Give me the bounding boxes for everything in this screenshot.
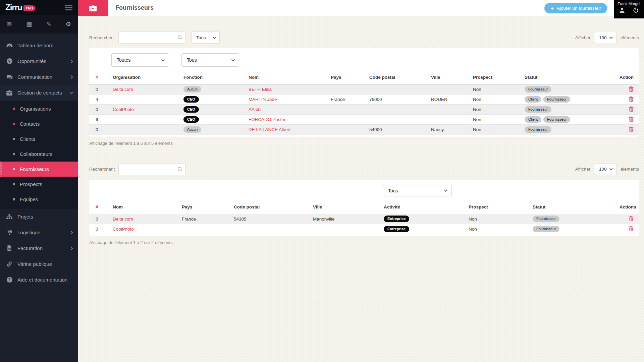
page-size-select[interactable]: 100 — [594, 164, 617, 175]
question-circle-icon: ? — [5, 277, 13, 283]
gray-badge: Fournisseur — [525, 86, 551, 93]
page-size-select[interactable]: 100 — [594, 32, 617, 43]
column-header[interactable]: Action — [620, 72, 639, 84]
power-icon[interactable] — [633, 7, 639, 13]
user-box: Frank Margel — [614, 0, 644, 18]
sidebar-item-tableau-de-bord[interactable]: Tableau de bord — [0, 38, 78, 53]
column-header[interactable]: Actions — [620, 202, 639, 214]
column-header[interactable]: Code postal — [369, 72, 431, 84]
user-icon[interactable] — [619, 7, 625, 13]
trash-icon — [629, 96, 634, 102]
bullet-icon — [13, 123, 15, 125]
row-link[interactable]: DE LA LANCE Albert — [249, 127, 290, 132]
table-row: 6CEOFORCADO PasteiNonClientFournisseur — [89, 115, 639, 125]
search-icon — [178, 35, 181, 39]
table1-footer: Affichage de l'élément 1 à 5 sur 5 éléme… — [89, 141, 639, 146]
delete-button[interactable] — [629, 126, 634, 132]
delete-button[interactable] — [629, 216, 634, 221]
organisations-table: #NomPaysCode postalVilleActivitéProspect… — [89, 202, 639, 234]
column-header[interactable]: Statut — [533, 202, 620, 214]
column-header[interactable]: Activité — [384, 202, 469, 214]
row-link[interactable]: CoolPhoto — [113, 227, 134, 232]
row-link[interactable]: BETH Elisa — [249, 87, 272, 92]
briefcase-icon — [5, 90, 13, 96]
envelope-icon[interactable]: ✉ — [7, 21, 12, 27]
sidebar-item-label: Organisations — [20, 106, 51, 112]
column-header[interactable]: Code postal — [234, 202, 313, 214]
column-header[interactable]: Pays — [331, 72, 369, 84]
search-label: Rechercher : — [89, 35, 115, 40]
column-header[interactable]: Organisation — [113, 72, 183, 84]
calendar-icon[interactable]: ▦ — [26, 21, 32, 27]
sidebar-item-equipes[interactable]: Équipes — [0, 192, 78, 207]
sidebar-item-prospects[interactable]: Prospects — [0, 177, 78, 192]
activite-filter-select[interactable]: Tous — [383, 185, 452, 196]
pencil-icon[interactable]: ✎ — [46, 21, 51, 27]
hamburger-menu-icon[interactable] — [65, 3, 72, 12]
column-header[interactable]: Nom — [113, 202, 182, 214]
main-area: Fournisseurs + Ajouter un fournisseur Fr… — [78, 0, 644, 245]
column-header[interactable]: # — [89, 72, 113, 84]
gauge-icon — [5, 43, 13, 48]
sidebar-item-vitrine-publique[interactable]: Vitrine publique — [0, 256, 78, 272]
row-link[interactable]: Delta com — [113, 217, 133, 222]
search-input[interactable] — [118, 32, 185, 44]
sidebar-item-logistique[interactable]: Logistique — [0, 225, 78, 240]
chevron-right-icon — [69, 59, 73, 63]
gray-badge: Client — [525, 96, 541, 103]
gear-icon[interactable]: ⚙ — [66, 21, 71, 27]
sidebar-item-aide-et-documentation[interactable]: ? Aide et documentation — [0, 272, 78, 288]
column-header[interactable]: Ville — [313, 202, 384, 214]
add-supplier-button[interactable]: + Ajouter un fournisseur — [544, 3, 607, 13]
sidebar-item-label: Tableau de bord — [17, 43, 54, 48]
sidebar-item-organisations[interactable]: Organisations — [0, 101, 78, 116]
sidebar-item-projets[interactable]: Projets — [0, 209, 78, 225]
link-icon — [5, 261, 13, 267]
row-link[interactable]: AA bb — [249, 107, 261, 112]
sidebar-quick-icons: ✉ ▦ ✎ ⚙ — [0, 15, 78, 34]
sidebar-item-fournisseurs[interactable]: Fournisseurs — [0, 162, 78, 177]
quick-filter-select[interactable]: Tous — [192, 32, 220, 44]
sidebar-item-communication[interactable]: Communication — [0, 69, 78, 85]
chevron-down-icon — [231, 58, 235, 61]
sidebar-item-facturation[interactable]: Facturation — [0, 240, 78, 256]
sidebar-item-label: Fournisseurs — [20, 166, 49, 172]
column-header[interactable]: Nom — [249, 72, 331, 84]
sidebar-item-collaborateurs[interactable]: Collaborateurs — [0, 146, 78, 162]
search-input[interactable] — [118, 163, 185, 175]
column-header[interactable]: Pays — [182, 202, 234, 214]
column-header[interactable]: Statut — [525, 72, 620, 84]
delete-button[interactable] — [629, 116, 634, 122]
column-header[interactable]: Fonction — [183, 72, 249, 84]
content: Rechercher : Tous Afficher 100 éléments … — [78, 16, 644, 245]
delete-button[interactable] — [629, 106, 634, 112]
delete-button[interactable] — [629, 226, 634, 231]
gray-badge: Fournisseur — [525, 126, 551, 133]
sidebar-item-gestion-de-contacts[interactable]: Gestion de contacts — [0, 85, 78, 101]
app-logo[interactable]: Zirru PRO — [5, 3, 35, 12]
sidebar-item-opportunites[interactable]: ? Opportunités — [0, 53, 78, 69]
organisation-filter-select[interactable]: Toutes — [111, 53, 169, 67]
column-header[interactable]: Prospect — [469, 202, 533, 214]
delete-button[interactable] — [629, 86, 634, 92]
row-link[interactable]: MARTIN Jade — [249, 97, 277, 102]
row-link[interactable]: Delta com — [113, 87, 133, 92]
chevron-down-icon — [161, 58, 165, 61]
sidebar-menu: Tableau de bord ? Opportunités Communica… — [0, 34, 78, 288]
sidebar-item-contacts[interactable]: Contacts — [0, 116, 78, 131]
pro-badge: PRO — [23, 5, 36, 11]
delete-button[interactable] — [629, 96, 634, 102]
chevron-down-icon — [213, 36, 216, 39]
page-title: Fournisseurs — [115, 4, 154, 11]
fonction-filter-select[interactable]: Tous — [181, 53, 239, 67]
column-header[interactable]: # — [89, 202, 113, 214]
sidebar-item-label: Projets — [17, 214, 33, 220]
column-header[interactable]: Prospect — [473, 72, 525, 84]
toolbar-organisations: Rechercher : Afficher 100 éléments — [89, 163, 639, 176]
row-link[interactable]: FORCADO Pastei — [249, 117, 285, 122]
column-header[interactable]: Ville — [431, 72, 473, 84]
row-link[interactable]: CoolPhoto — [113, 107, 134, 112]
trash-icon — [629, 86, 634, 92]
sidebar-item-clients[interactable]: Clients — [0, 131, 78, 146]
chevron-down-icon — [609, 36, 613, 39]
